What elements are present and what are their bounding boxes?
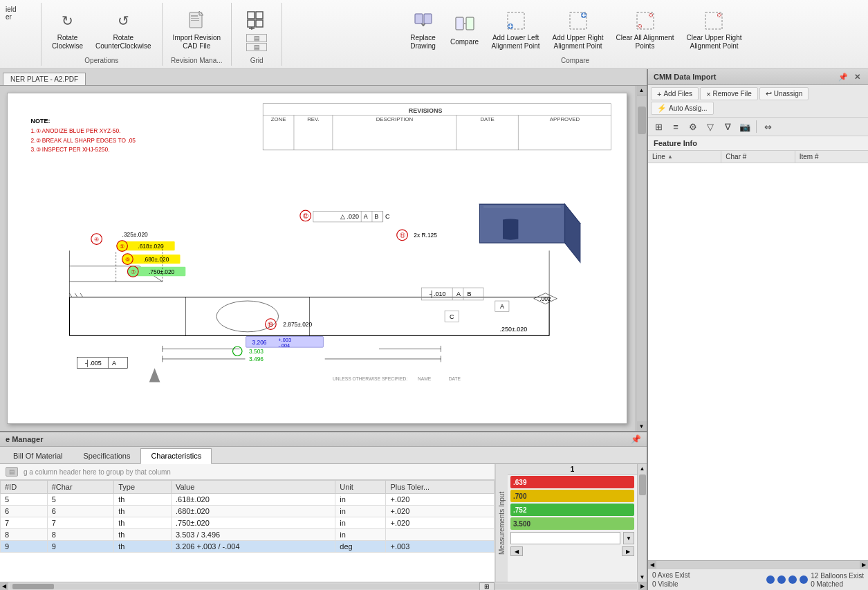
- col-char-num[interactable]: Char #: [721, 151, 795, 163]
- add-upper-right-button[interactable]: Add Upper RightAlignment Point: [548, 6, 609, 54]
- drawing-vscrollbar[interactable]: ▲ ▼: [636, 86, 647, 431]
- scroll-up-btn[interactable]: ▲: [637, 86, 647, 95]
- clear-all-alignment-button[interactable]: Clear All AlignmentPoints: [611, 6, 679, 54]
- right-panel: CMM Data Import 📌 ✕ + Add Files × Remove…: [647, 69, 868, 590]
- right-hscroll-right[interactable]: ▶: [860, 561, 868, 569]
- right-hscroll-left[interactable]: ◀: [648, 561, 656, 569]
- col-value[interactable]: Value: [171, 481, 335, 494]
- cell-5: +.020: [386, 494, 495, 506]
- clear-upper-right-button[interactable]: Clear Upper RightAlignment Point: [681, 6, 746, 54]
- add-lower-left-button[interactable]: Add Lower LeftAlignment Point: [487, 6, 545, 54]
- add-files-button[interactable]: + Add Files: [651, 87, 699, 100]
- drawing-paper: REVISIONS ZONE REV. DESCRIPTION DATE APP…: [7, 93, 627, 424]
- grid-view-icon[interactable]: ⊞: [651, 119, 666, 134]
- table-row[interactable]: 99th3.206 +.003 / -.004deg+.003: [1, 541, 495, 553]
- col-id[interactable]: #ID: [1, 481, 48, 494]
- cell-4: in: [335, 506, 386, 517]
- replace-drawing-button[interactable]: ReplaceDrawing: [404, 6, 443, 54]
- scroll-down-btn[interactable]: ▼: [637, 421, 647, 431]
- col-type[interactable]: Type: [114, 481, 172, 494]
- col-plus-tol[interactable]: Plus Toler...: [386, 481, 495, 494]
- table-row[interactable]: 77th.750±.020in+.020: [1, 517, 495, 529]
- rotate-cw-icon: ↻: [57, 10, 79, 32]
- settings-icon[interactable]: ⚙: [685, 119, 701, 134]
- expand-btn[interactable]: ⊞: [479, 582, 495, 590]
- toolbar-field2: er: [6, 13, 35, 21]
- h-scroll-right[interactable]: ▶: [638, 582, 647, 591]
- meas-bar-1: .700: [510, 490, 634, 502]
- table-row[interactable]: 55th.618±.020in+.020: [1, 494, 495, 506]
- balloon-indicators: 12 Balloons Exist 0 Matched: [766, 572, 864, 588]
- pin-icon[interactable]: 📌: [838, 71, 849, 82]
- add-upper-right-label: Add Upper RightAlignment Point: [553, 34, 604, 50]
- icon-separator: [756, 120, 757, 133]
- compare-icon: [454, 14, 476, 36]
- feature-info-columns: Line ▲ Char # Item #: [648, 151, 868, 163]
- right-hscroll-track[interactable]: [658, 562, 858, 568]
- funnel-icon[interactable]: ∇: [720, 119, 735, 134]
- h-scroll-track[interactable]: [10, 584, 637, 589]
- meas-input-field[interactable]: [510, 532, 620, 544]
- filter-icon[interactable]: ▽: [703, 119, 718, 134]
- col-line[interactable]: Line ▲: [648, 151, 721, 163]
- drawing-tab[interactable]: NER PLATE - A2.PDF: [3, 73, 86, 85]
- cell-1: 7: [47, 517, 114, 529]
- balloon-status-text: 12 Balloons Exist 0 Matched: [811, 572, 864, 588]
- cell-3: 3.503 / 3.496: [171, 529, 335, 541]
- h-scroll-left[interactable]: ◀: [0, 582, 8, 591]
- expand-icon[interactable]: ⇔: [760, 119, 775, 134]
- svg-rect-1: [191, 15, 198, 17]
- cell-2: th: [114, 529, 172, 541]
- svg-text:┤.005: ┤.005: [85, 359, 102, 367]
- svg-text:REVISIONS: REVISIONS: [409, 107, 443, 114]
- table-row[interactable]: 88th3.503 / 3.496in: [1, 529, 495, 541]
- group-by-text: g a column header here to group by that …: [24, 468, 171, 476]
- auto-assign-button[interactable]: ⚡ Auto Assig...: [651, 102, 714, 115]
- col-char[interactable]: #Char: [47, 481, 114, 494]
- camera-icon[interactable]: 📷: [737, 119, 752, 134]
- col-unit[interactable]: Unit: [335, 481, 386, 494]
- meas-dropdown[interactable]: ▼: [623, 532, 634, 544]
- svg-text:A: A: [112, 360, 116, 367]
- rotate-cw-label: RotateClockwise: [52, 34, 83, 50]
- import-revision-button[interactable]: Import RevisionCAD File: [168, 6, 225, 54]
- scrollbar-thumb[interactable]: [638, 107, 646, 134]
- meas-scroll-up[interactable]: ▲: [638, 464, 647, 473]
- cell-3: .750±.020: [171, 517, 335, 529]
- tab-specifications[interactable]: Specifications: [73, 448, 141, 463]
- bottom-data-container: ▤ g a column header here to group by tha…: [0, 464, 647, 582]
- bottom-panel-pin[interactable]: 📌: [631, 434, 641, 444]
- main-toolbar: ield er ↻ RotateClockwise ↺ RotateCounte…: [0, 0, 868, 69]
- table-row[interactable]: 66th.680±.020in+.020: [1, 506, 495, 517]
- close-panel-icon[interactable]: ✕: [851, 71, 862, 82]
- svg-text:DATE: DATE: [480, 116, 494, 122]
- svg-rect-12: [456, 17, 463, 30]
- compare-button[interactable]: Compare: [445, 10, 484, 50]
- col-item-num[interactable]: Item #: [795, 151, 868, 163]
- svg-rect-2: [191, 18, 199, 19]
- right-hscrollbar[interactable]: ◀ ▶: [648, 560, 868, 569]
- list-view-icon[interactable]: ≡: [668, 119, 683, 134]
- h-scroll-thumb[interactable]: [12, 584, 54, 589]
- data-grid[interactable]: #ID #Char Type Value Unit Plus Toler... …: [0, 480, 495, 582]
- remove-file-button[interactable]: × Remove File: [700, 87, 758, 100]
- unassign-button[interactable]: ↩ Unassign: [759, 87, 809, 100]
- meas-prev-btn[interactable]: ◀: [510, 546, 523, 556]
- rotate-counterclockwise-button[interactable]: ↺ RotateCounterClockwise: [91, 6, 156, 54]
- left-area: NER PLATE - A2.PDF REVISIONS: [0, 69, 647, 590]
- rotate-clockwise-button[interactable]: ↻ RotateClockwise: [47, 6, 88, 54]
- clear-all-alignment-label: Clear All AlignmentPoints: [616, 34, 674, 50]
- cell-5: +.020: [386, 506, 495, 517]
- tab-characteristics[interactable]: Characteristics: [140, 448, 212, 464]
- meas-next-btn[interactable]: ▶: [622, 546, 634, 556]
- meas-vscrollbar[interactable]: ▲ ▼: [637, 464, 647, 582]
- cell-5: +.020: [386, 517, 495, 529]
- cell-1: 6: [47, 506, 114, 517]
- drawing-canvas[interactable]: REVISIONS ZONE REV. DESCRIPTION DATE APP…: [0, 86, 647, 431]
- meas-scroll-down[interactable]: ▼: [638, 573, 647, 582]
- tab-bill-of-material[interactable]: Bill Of Material: [3, 448, 73, 463]
- grid-button[interactable]: ▤ ▤: [237, 5, 276, 55]
- meas-scroll-thumb[interactable]: [639, 474, 646, 495]
- bottom-hscrollbar[interactable]: ◀ ▶ ⊞: [0, 582, 647, 590]
- toolbar-section-operations: ↻ RotateClockwise ↺ RotateCounterClockwi…: [41, 3, 163, 66]
